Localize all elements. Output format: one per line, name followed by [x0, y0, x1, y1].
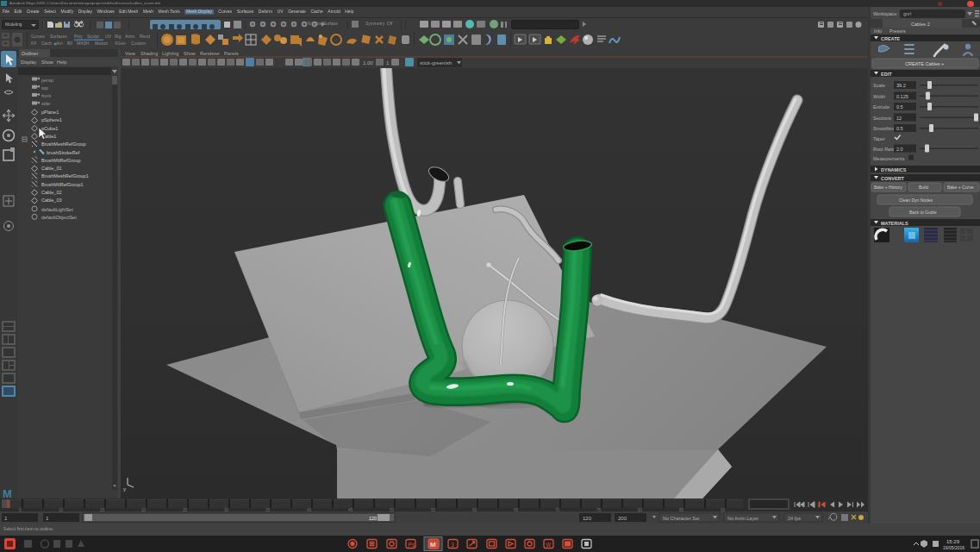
svg-text:persp: persp: [41, 78, 53, 83]
svg-text:Extrude: Extrude: [873, 104, 889, 110]
svg-text:Build: Build: [919, 185, 928, 190]
svg-text:front: front: [41, 93, 51, 98]
svg-text:M: M: [430, 541, 436, 549]
svg-text:Poly: Poly: [74, 34, 83, 39]
svg-text:top: top: [41, 85, 48, 91]
svg-text:Workspace:: Workspace:: [873, 11, 898, 16]
svg-text:BrushMeshRefGroup: BrushMeshRefGroup: [41, 141, 86, 147]
svg-text:0.125: 0.125: [896, 94, 908, 99]
svg-text:Info: Info: [874, 28, 882, 34]
svg-text:stick-greenish: stick-greenish: [420, 60, 452, 66]
svg-text:2.0: 2.0: [896, 147, 903, 152]
svg-text:pCube1: pCube1: [41, 126, 58, 131]
svg-text:Outliner: Outliner: [22, 51, 38, 56]
svg-text:Shading: Shading: [140, 51, 158, 56]
svg-text:0.5: 0.5: [896, 126, 903, 131]
svg-text:CREATE: CREATE: [881, 36, 901, 41]
svg-text:DYNAMICS: DYNAMICS: [881, 167, 907, 172]
svg-text:Motion: Motion: [95, 41, 108, 46]
svg-text:side: side: [41, 101, 50, 106]
svg-text:Panels: Panels: [224, 51, 239, 56]
svg-text:CONVERT: CONVERT: [881, 176, 905, 181]
svg-text:Rend: Rend: [140, 34, 150, 39]
svg-text:Bif: Bif: [67, 41, 72, 46]
svg-text:gnrl: gnrl: [903, 11, 911, 16]
svg-text:Cable_03: Cable_03: [41, 198, 62, 203]
svg-text:Measurements: Measurements: [873, 156, 905, 161]
svg-text:Lighting: Lighting: [162, 51, 178, 56]
svg-text:Scale: Scale: [873, 83, 885, 88]
svg-text:39.2: 39.2: [896, 83, 906, 88]
svg-text:No Anim Layer: No Anim Layer: [727, 516, 758, 521]
svg-text:24 fps: 24 fps: [788, 516, 801, 521]
svg-text:Help: Help: [57, 60, 66, 65]
svg-text:Cables 2: Cables 2: [911, 22, 930, 27]
svg-text:120: 120: [369, 516, 377, 521]
svg-text:Sections: Sections: [873, 116, 891, 121]
svg-text:Anim: Anim: [125, 34, 134, 39]
svg-text:Show: Show: [41, 60, 53, 65]
svg-text:CREATE Cables +: CREATE Cables +: [905, 61, 944, 66]
svg-text:UV: UV: [105, 34, 112, 39]
svg-text:120: 120: [583, 516, 592, 521]
svg-text:Custom: Custom: [131, 41, 146, 46]
svg-text:1.00: 1.00: [363, 60, 373, 66]
svg-text:Curves: Curves: [31, 34, 45, 39]
svg-text:19/05/2016: 19/05/2016: [943, 545, 964, 550]
svg-text:defaultObjectSet: defaultObjectSet: [41, 215, 77, 220]
svg-text:Presets: Presets: [889, 28, 906, 34]
svg-text:EDIT: EDIT: [881, 72, 892, 77]
svg-text:W: W: [546, 542, 552, 548]
svg-text:pPlane1: pPlane1: [41, 110, 59, 115]
svg-text:Arn: Arn: [56, 41, 63, 46]
svg-text:0.5: 0.5: [896, 104, 903, 110]
svg-text:Display: Display: [21, 60, 36, 65]
svg-text:Smoothing: Smoothing: [873, 126, 896, 131]
svg-text:brushStrokeRef: brushStrokeRef: [47, 150, 80, 155]
svg-text:Bake + Curve: Bake + Curve: [947, 185, 974, 190]
svg-text:defaultLightSet: defaultLightSet: [41, 207, 73, 212]
svg-text:Rig: Rig: [115, 34, 122, 39]
svg-text:Cach: Cach: [41, 41, 52, 46]
svg-text:15:29: 15:29: [946, 539, 960, 544]
svg-text:Taper: Taper: [873, 136, 885, 141]
svg-text:Root Ratio: Root Ratio: [873, 147, 896, 152]
svg-text:Bake + History: Bake + History: [874, 185, 902, 190]
svg-text:Renderer: Renderer: [200, 51, 220, 56]
svg-text:Cable_02: Cable_02: [41, 190, 62, 195]
svg-text:Back to Guide: Back to Guide: [909, 210, 937, 215]
svg-text:Ps: Ps: [409, 542, 415, 548]
svg-text:3: 3: [451, 542, 454, 548]
svg-text:12: 12: [896, 116, 902, 121]
svg-text:Width: Width: [873, 94, 885, 99]
svg-text:Show: Show: [184, 51, 196, 56]
svg-text:No Character Set: No Character Set: [663, 516, 700, 521]
svg-text:View: View: [125, 51, 135, 56]
svg-text:Cable_01: Cable_01: [41, 166, 62, 171]
svg-text:XGen: XGen: [115, 41, 126, 46]
svg-text:Surfaces: Surfaces: [50, 34, 67, 39]
svg-text:MASH: MASH: [77, 41, 90, 46]
svg-text:BrushMtlRefGroup: BrushMtlRefGroup: [41, 158, 81, 163]
svg-text:Sculpt: Sculpt: [87, 34, 100, 39]
svg-text:Clean Dyn Nodes: Clean Dyn Nodes: [899, 198, 933, 203]
svg-text:FX: FX: [31, 41, 37, 46]
svg-text:200: 200: [618, 516, 627, 521]
svg-text:pSphere1: pSphere1: [41, 117, 62, 122]
svg-text:BrushMtlRefGroup1: BrushMtlRefGroup1: [41, 182, 84, 187]
svg-text:BrushMeshRefGroup1: BrushMeshRefGroup1: [41, 173, 89, 179]
svg-text:MATERIALS: MATERIALS: [881, 221, 908, 226]
svg-text:y: y: [123, 486, 126, 492]
